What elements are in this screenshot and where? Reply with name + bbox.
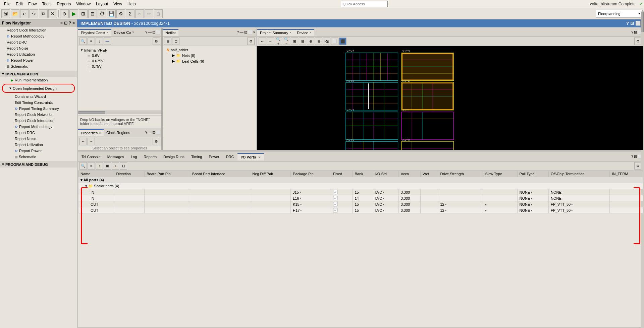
nav-item-cw[interactable]: Constraints Wizard bbox=[0, 93, 77, 100]
left-panel-maximize[interactable]: ⬜ bbox=[156, 30, 161, 35]
flow-nav-icon-pin[interactable]: ⊡ bbox=[64, 21, 67, 25]
tab-drc[interactable]: DRC bbox=[223, 153, 237, 160]
st-dropdown-3[interactable]: ▾ bbox=[485, 203, 487, 206]
ds-dropdown-3[interactable]: 12 ▾ bbox=[440, 202, 446, 206]
toolbar-edit[interactable]: ✏ bbox=[145, 9, 153, 18]
bottom-restore[interactable]: ⊡ bbox=[634, 154, 637, 159]
netlist-filter-btn[interactable]: ⊡ bbox=[172, 38, 179, 45]
voltage-075[interactable]: ▭ 0.75V bbox=[85, 64, 160, 69]
col-in-term[interactable]: IN_TERM bbox=[610, 171, 643, 177]
dev-target[interactable]: ⊕ bbox=[307, 38, 314, 45]
left-gear-btn[interactable]: ⚙ bbox=[153, 38, 160, 45]
pkg-pin-dropdown-1[interactable]: J15 ▾ bbox=[293, 190, 301, 194]
row-in-l16-iostd[interactable]: LVC ▾ bbox=[373, 195, 398, 201]
impl-maximize-icon[interactable]: ⬜ bbox=[635, 21, 641, 26]
iostd-dropdown-2[interactable]: LVC ▾ bbox=[375, 196, 385, 200]
tab-device-co[interactable]: Device Co × bbox=[111, 29, 137, 36]
nav-item-ru[interactable]: Report Utilization bbox=[0, 142, 77, 148]
col-bank[interactable]: Bank bbox=[353, 171, 373, 177]
toolbar-close[interactable]: ✕ bbox=[48, 9, 57, 18]
col-neg-diff[interactable]: Neg Diff Pair bbox=[250, 171, 291, 177]
dev-forward[interactable]: → bbox=[267, 38, 274, 45]
toolbar-redo[interactable]: ↪ bbox=[30, 9, 38, 18]
row-in-j15-pt[interactable]: NONE ▾ bbox=[517, 189, 548, 195]
nav-item-rm[interactable]: ⚙ Report Methodology bbox=[0, 124, 77, 130]
row-in-l16-pt[interactable]: NONE ▾ bbox=[517, 195, 548, 201]
row-in-j15-iostd[interactable]: LVC ▾ bbox=[373, 189, 398, 195]
col-drive-strength[interactable]: Drive Strength bbox=[438, 171, 483, 177]
voltage-more[interactable]: ··· bbox=[85, 69, 160, 74]
nav-item-rm-top[interactable]: ⚙ Report Methodology bbox=[0, 33, 77, 39]
col-package-pin[interactable]: Package Pin bbox=[291, 171, 331, 177]
properties-restore[interactable]: ⊡ bbox=[152, 130, 155, 135]
dev-fit[interactable]: ⊞ bbox=[291, 38, 298, 45]
col-fixed[interactable]: Fixed bbox=[331, 171, 353, 177]
menu-flow[interactable]: Flow bbox=[25, 1, 39, 7]
nav-item-rcn[interactable]: Report Clock Networks bbox=[0, 112, 77, 118]
properties-minimize[interactable]: — bbox=[148, 130, 152, 135]
toolbar-btn4[interactable]: ⊡ bbox=[88, 9, 97, 18]
netlist-layout-btn[interactable]: ⊞ bbox=[164, 38, 171, 45]
pt-dropdown-4[interactable]: NONE ▾ bbox=[520, 208, 533, 212]
row-out-k15-ds[interactable]: 12 ▾ bbox=[438, 201, 483, 207]
io-filter-btn[interactable]: ≡ bbox=[88, 162, 95, 170]
io-table-scroll[interactable]: Name Direction Board Part Pin Board Part… bbox=[78, 171, 643, 327]
tab-device[interactable]: Device × bbox=[294, 29, 314, 36]
tab-reports[interactable]: Reports bbox=[140, 153, 160, 160]
netlist-gear-btn[interactable]: ⚙ bbox=[247, 38, 255, 45]
nav-item-open-impl[interactable]: ▾ Open Implemented Design bbox=[4, 85, 73, 91]
nav-item-rci-top[interactable]: Report Clock Interaction bbox=[0, 27, 77, 33]
toolbar-save[interactable]: 💾 bbox=[107, 9, 116, 18]
nav-item-sch[interactable]: ⊞ Schematic bbox=[0, 154, 77, 160]
pt-dropdown-3[interactable]: NONE ▾ bbox=[520, 202, 533, 206]
left-panel-minimize[interactable]: — bbox=[148, 30, 152, 35]
oct-dropdown-4[interactable]: FP_VTT_50 ▾ bbox=[551, 208, 573, 212]
netlist-nets[interactable]: ▶ 📁 Nets (8) bbox=[169, 53, 255, 58]
row-out-k15-st[interactable]: ▾ bbox=[483, 201, 517, 207]
col-slew-type[interactable]: Slew Type bbox=[483, 171, 517, 177]
toolbar-cut[interactable]: ✂ bbox=[135, 9, 144, 18]
prop-back-btn[interactable]: ← bbox=[79, 138, 87, 145]
tab-netlist[interactable]: Netlist bbox=[163, 29, 178, 36]
toolbar-run-green[interactable]: ▶ bbox=[69, 9, 78, 18]
iostd-dropdown-1[interactable]: LVC ▾ bbox=[375, 190, 385, 194]
left-sort-btn[interactable]: ↕ bbox=[96, 38, 103, 45]
row-in-l16-fixed[interactable] bbox=[331, 195, 353, 201]
nav-item-rn[interactable]: Report Noise bbox=[0, 136, 77, 142]
tab-clock-regions[interactable]: Clock Regions bbox=[104, 130, 133, 136]
prop-gear-btn[interactable]: ⚙ bbox=[153, 138, 160, 145]
left-panel-restore[interactable]: ⊡ bbox=[152, 30, 155, 35]
tab-project-summary[interactable]: Project Summary × bbox=[257, 29, 294, 36]
nav-item-rci[interactable]: Report Clock Interaction bbox=[0, 118, 77, 124]
row-out-h17-ds[interactable]: 12 ▾ bbox=[438, 207, 483, 213]
quick-access-input[interactable] bbox=[341, 1, 388, 7]
row-in-j15-pkg[interactable]: J15 ▾ bbox=[291, 189, 331, 195]
col-off-chip[interactable]: Off-Chip Termination bbox=[548, 171, 609, 177]
menu-edit[interactable]: Edit bbox=[13, 1, 25, 7]
menu-view[interactable]: View bbox=[111, 1, 125, 7]
nav-item-etc[interactable]: Edit Timing Constraints bbox=[0, 100, 77, 106]
voltage-0675[interactable]: ▭ 0.675V bbox=[85, 58, 160, 64]
row-out-h17-fixed[interactable] bbox=[331, 207, 353, 213]
ds-dropdown-4[interactable]: 12 ▾ bbox=[440, 208, 446, 212]
tab-physical-const-close[interactable]: × bbox=[107, 31, 109, 35]
menu-layout[interactable]: Layout bbox=[93, 1, 111, 7]
nav-section-pad[interactable]: ▾ PROGRAM AND DEBUG bbox=[0, 161, 77, 168]
tab-power[interactable]: Power bbox=[205, 153, 222, 160]
pkg-pin-dropdown-4[interactable]: H17 ▾ bbox=[293, 208, 302, 212]
nav-item-rn-top[interactable]: Report Noise bbox=[0, 45, 77, 51]
col-vref[interactable]: Vref bbox=[420, 171, 438, 177]
properties-help[interactable]: ? bbox=[145, 130, 147, 135]
fixed-cb-3[interactable] bbox=[333, 202, 337, 206]
netlist-close[interactable]: × bbox=[253, 30, 255, 35]
fixed-cb-4[interactable] bbox=[333, 208, 337, 212]
table-row-out-h17[interactable]: OUT H17 ▾ bbox=[78, 207, 643, 213]
left-minus-btn[interactable]: — bbox=[104, 38, 111, 45]
dev-back[interactable]: ← bbox=[259, 38, 266, 45]
row-out-h17-pt[interactable]: NONE ▾ bbox=[517, 207, 548, 213]
toolbar-gear[interactable]: ⚙ bbox=[116, 9, 125, 18]
nav-item-rdrc[interactable]: Report DRC bbox=[0, 130, 77, 136]
tab-properties-close[interactable]: × bbox=[99, 131, 101, 135]
left-panel-help[interactable]: ? bbox=[145, 30, 147, 35]
row-out-h17-pkg[interactable]: H17 ▾ bbox=[291, 207, 331, 213]
